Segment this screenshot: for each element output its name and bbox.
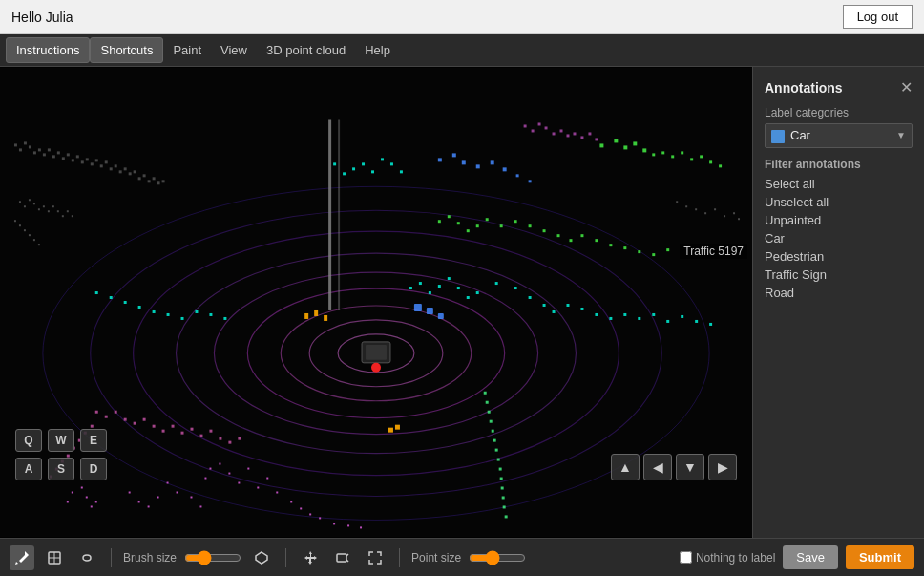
svg-rect-87 bbox=[486, 218, 489, 221]
svg-rect-82 bbox=[438, 220, 441, 223]
svg-rect-202 bbox=[588, 132, 591, 135]
toolbar-separator-3 bbox=[399, 548, 400, 567]
svg-rect-103 bbox=[623, 145, 627, 149]
nav-up-button[interactable]: ▲ bbox=[611, 454, 640, 480]
canvas-area[interactable]: Traffic 5197 Q W E A S D ▲ ◀ ▼ ▶ bbox=[0, 67, 752, 538]
svg-rect-95 bbox=[595, 239, 598, 242]
svg-rect-237 bbox=[500, 478, 503, 480]
svg-rect-162 bbox=[43, 153, 46, 156]
lasso-tool-icon[interactable] bbox=[74, 545, 99, 570]
close-icon[interactable]: ✕ bbox=[900, 78, 913, 96]
svg-rect-90 bbox=[529, 224, 532, 227]
annotations-panel: Annotations ✕ Label categories Car ▼ Fil… bbox=[752, 67, 924, 538]
nav-down-button[interactable]: ▼ bbox=[676, 454, 704, 480]
save-button[interactable]: Save bbox=[783, 545, 838, 569]
svg-rect-40 bbox=[410, 287, 412, 289]
svg-rect-219 bbox=[238, 437, 241, 440]
select-tool-icon[interactable] bbox=[42, 545, 67, 570]
nothing-to-label-text: Nothing to label bbox=[696, 551, 775, 565]
svg-rect-113 bbox=[719, 164, 722, 167]
brush-tool-icon[interactable] bbox=[10, 545, 34, 570]
svg-rect-53 bbox=[566, 304, 569, 307]
svg-rect-240 bbox=[503, 505, 506, 508]
svg-rect-15 bbox=[247, 468, 249, 470]
menu-shortcuts[interactable]: Shortcuts bbox=[90, 37, 163, 63]
svg-rect-148 bbox=[676, 201, 678, 203]
svg-rect-233 bbox=[494, 439, 496, 442]
svg-rect-75 bbox=[343, 172, 346, 175]
menu-help[interactable]: Help bbox=[355, 38, 400, 62]
svg-rect-12 bbox=[228, 473, 230, 475]
svg-rect-201 bbox=[580, 136, 583, 139]
filter-unselect-all[interactable]: Unselect all bbox=[765, 193, 913, 211]
svg-rect-231 bbox=[490, 420, 493, 423]
filter-traffic-sign[interactable]: Traffic Sign bbox=[765, 266, 913, 284]
svg-rect-20 bbox=[177, 491, 178, 493]
svg-rect-198 bbox=[560, 129, 563, 132]
svg-rect-17 bbox=[266, 478, 268, 480]
svg-rect-235 bbox=[497, 459, 500, 461]
keyboard-hints: Q W E A S D bbox=[15, 429, 107, 480]
point-size-slider[interactable] bbox=[469, 550, 526, 565]
svg-rect-72 bbox=[209, 313, 212, 316]
svg-rect-187 bbox=[162, 180, 165, 182]
svg-rect-160 bbox=[33, 151, 36, 154]
move-tool-icon[interactable] bbox=[298, 545, 323, 570]
svg-rect-121 bbox=[529, 180, 532, 182]
svg-rect-33 bbox=[360, 526, 362, 528]
svg-rect-115 bbox=[452, 153, 456, 157]
svg-rect-99 bbox=[652, 253, 655, 256]
svg-rect-116 bbox=[462, 160, 466, 164]
svg-rect-169 bbox=[76, 155, 79, 158]
svg-rect-89 bbox=[514, 220, 517, 223]
svg-rect-124 bbox=[438, 313, 444, 319]
brush-size-slider[interactable] bbox=[184, 550, 242, 565]
svg-rect-246 bbox=[337, 554, 346, 562]
filter-unpainted[interactable]: Unpainted bbox=[765, 211, 913, 229]
panel-title: Annotations bbox=[765, 80, 843, 96]
svg-rect-165 bbox=[57, 151, 60, 154]
svg-rect-126 bbox=[314, 310, 318, 316]
svg-rect-79 bbox=[381, 158, 384, 160]
menu-instructions[interactable]: Instructions bbox=[6, 37, 90, 63]
category-dropdown[interactable]: Car ▼ bbox=[765, 123, 913, 148]
svg-rect-112 bbox=[709, 160, 712, 163]
svg-rect-119 bbox=[503, 167, 507, 171]
nav-left-button[interactable]: ◀ bbox=[643, 454, 672, 480]
svg-rect-135 bbox=[43, 205, 45, 207]
key-s: S bbox=[48, 458, 74, 480]
filter-car[interactable]: Car bbox=[765, 229, 913, 247]
label-categories-title: Label categories bbox=[765, 106, 913, 119]
svg-rect-111 bbox=[700, 155, 703, 158]
nav-right-button[interactable]: ▶ bbox=[708, 454, 737, 480]
svg-rect-62 bbox=[695, 320, 698, 323]
svg-rect-216 bbox=[209, 430, 212, 433]
logout-button[interactable]: Log out bbox=[843, 5, 913, 29]
svg-rect-59 bbox=[652, 313, 655, 316]
fullscreen-tool-icon[interactable] bbox=[363, 545, 388, 570]
svg-rect-48 bbox=[495, 282, 498, 285]
svg-rect-84 bbox=[457, 222, 460, 224]
top-bar: Hello Julia Log out bbox=[0, 0, 924, 34]
submit-button[interactable]: Submit bbox=[846, 545, 914, 569]
filter-pedestrian[interactable]: Pedestrian bbox=[765, 247, 913, 266]
svg-rect-163 bbox=[48, 148, 51, 151]
svg-rect-49 bbox=[514, 287, 517, 289]
svg-rect-188 bbox=[328, 119, 331, 309]
filter-road[interactable]: Road bbox=[765, 284, 913, 302]
svg-rect-47 bbox=[476, 291, 479, 294]
svg-rect-189 bbox=[338, 119, 340, 309]
polygon-tool-icon[interactable] bbox=[249, 545, 274, 570]
svg-rect-117 bbox=[476, 164, 480, 168]
menu-paint[interactable]: Paint bbox=[163, 38, 211, 62]
svg-rect-154 bbox=[733, 212, 735, 214]
svg-rect-203 bbox=[595, 138, 598, 140]
transform-tool-icon[interactable] bbox=[330, 545, 355, 570]
menu-view[interactable]: View bbox=[211, 38, 257, 62]
filter-select-all[interactable]: Select all bbox=[765, 175, 913, 193]
svg-rect-39 bbox=[67, 501, 69, 502]
brush-size-label: Brush size bbox=[123, 551, 177, 565]
nothing-to-label-checkbox[interactable] bbox=[680, 551, 692, 564]
menu-3d-point-cloud[interactable]: 3D point cloud bbox=[257, 38, 355, 62]
svg-rect-179 bbox=[124, 167, 127, 170]
